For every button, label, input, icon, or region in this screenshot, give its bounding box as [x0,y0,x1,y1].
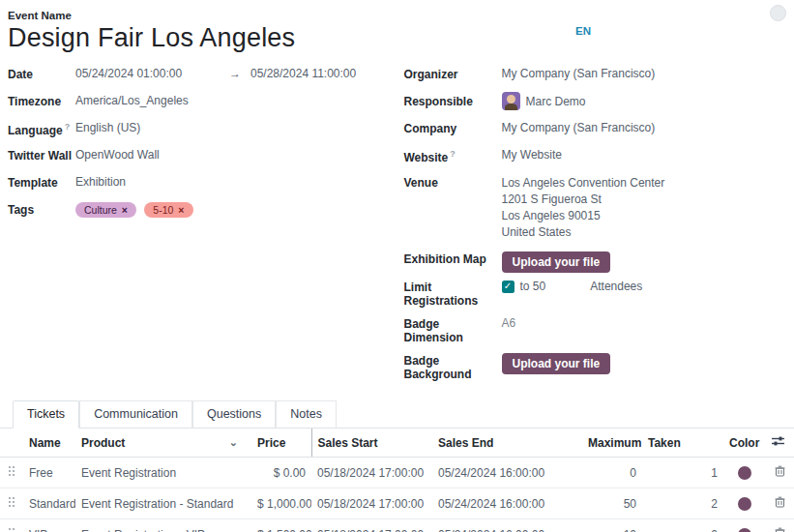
date-end-input[interactable]: 05/28/2024 11:00:00 [250,67,356,80]
translate-language-button[interactable]: EN [575,25,591,37]
help-icon[interactable]: ? [450,149,456,159]
ticket-product-cell[interactable]: Event Registration - Standard [75,488,251,519]
table-row[interactable]: Free Event Registration $ 0.00 05/18/202… [0,458,794,488]
table-header-row: Name Product ⌄ Price Sales Start Sales E… [0,429,794,458]
ticket-color-swatch[interactable] [738,528,751,532]
field-website: Website? My Website [404,148,785,166]
ticket-product-cell[interactable]: Event Registration - VIP [75,519,251,532]
ticket-sales-start-cell[interactable]: 05/18/2024 17:00:00 [311,488,432,519]
limit-registrations-count-input[interactable]: to 50 [520,280,546,293]
field-badge-background: Badge Background Upload your file [404,353,785,381]
twitter-wall-input[interactable]: OpenWood Wall [75,148,160,162]
sales-end-column-header[interactable]: Sales End [432,429,582,458]
badge-dimension-select[interactable]: A6 [502,316,516,330]
ticket-color-swatch[interactable] [738,497,751,511]
field-organizer: Organizer My Company (San Francisco) [404,67,785,85]
event-form-sheet: Event Name Design Fair Los Angeles EN Da… [0,0,794,388]
ticket-price-cell[interactable]: $ 1,500.00 [251,519,311,532]
drag-handle-icon[interactable] [8,496,15,511]
ticket-taken-cell[interactable]: 2 [642,488,723,519]
template-label: Template [8,175,75,190]
name-column-header[interactable]: Name [23,429,75,458]
ticket-sales-start-cell[interactable]: 05/18/2024 17:00:00 [311,458,432,488]
tab-communication[interactable]: Communication [79,400,192,429]
ticket-name-cell[interactable]: Standard [23,488,75,519]
tag-5-10[interactable]: 5-10× [144,202,192,218]
topbar-circle-icon[interactable] [770,5,786,21]
product-column-header[interactable]: Product ⌄ [75,429,251,458]
tag-culture[interactable]: Culture× [75,202,136,218]
website-label: Website? [404,148,502,164]
trash-icon[interactable] [775,496,785,511]
trash-icon[interactable] [775,527,785,532]
maximum-column-header[interactable]: Maximum [582,429,642,458]
template-input[interactable]: Exhibition [75,175,126,189]
ticket-sales-start-cell[interactable]: 05/18/2024 17:00:00 [311,519,432,532]
trash-icon[interactable] [775,465,785,480]
exhibition-map-upload-button[interactable]: Upload your file [502,251,611,273]
color-column-header[interactable]: Color [723,429,766,458]
ticket-taken-cell[interactable]: 1 [642,458,723,488]
ticket-maximum-cell[interactable]: 50 [582,488,642,519]
handle-column-header [0,429,23,458]
drag-handle-icon[interactable] [8,527,15,532]
tab-notes[interactable]: Notes [276,400,337,429]
website-input[interactable]: My Website [502,148,562,162]
ticket-name-cell[interactable]: VIP [23,519,75,532]
company-label: Company [404,121,502,135]
date-start-input[interactable]: 05/24/2024 01:00:00 [75,67,229,80]
help-icon[interactable]: ? [65,122,71,132]
event-title-input[interactable]: Design Fair Los Angeles [8,23,784,53]
ticket-name-cell[interactable]: Free [23,458,75,488]
field-date: Date 05/24/2024 01:00:00 → 05/28/2024 11… [8,67,397,85]
tag-remove-icon[interactable]: × [122,204,128,216]
field-limit-registrations: Limit Registrations ✓ to 50 Attendees [404,280,785,308]
ticket-sales-end-cell[interactable]: 05/24/2024 16:00:00 [432,458,582,488]
venue-address-input[interactable]: Los Angeles Convention Center 1201 S Fig… [502,175,665,241]
ticket-taken-cell[interactable]: 0 [642,519,723,532]
field-company: Company My Company (San Francisco) [404,121,785,139]
field-template: Template Exhibition [8,175,397,193]
table-row[interactable]: VIP Event Registration - VIP $ 1,500.00 … [0,519,794,532]
ticket-price-cell[interactable]: $ 1,000.00 [251,488,311,519]
chevron-down-icon[interactable]: ⌄ [229,436,238,449]
field-exhibition-map: Exhibition Map Upload your file [404,251,785,273]
notebook-tabs: Tickets Communication Questions Notes [0,400,794,429]
sliders-icon[interactable] [772,435,784,450]
badge-dimension-label: Badge Dimension [404,316,502,344]
tags-label: Tags [8,202,75,217]
company-input[interactable]: My Company (San Francisco) [502,121,656,134]
timezone-input[interactable]: America/Los_Angeles [75,94,189,107]
badge-background-upload-button[interactable]: Upload your file [502,353,611,374]
right-field-column: Organizer My Company (San Francisco) Res… [397,67,785,388]
limit-registrations-label: Limit Registrations [404,280,502,308]
field-tags: Tags Culture× 5-10× [8,202,397,221]
ticket-maximum-cell[interactable]: 10 [582,519,642,532]
ticket-product-cell[interactable]: Event Registration [75,458,251,488]
sales-start-column-header[interactable]: Sales Start [311,429,432,458]
left-field-column: Date 05/24/2024 01:00:00 → 05/28/2024 11… [8,67,397,388]
taken-column-header[interactable]: Taken [642,429,723,458]
responsible-input[interactable]: Marc Demo [502,92,586,110]
ticket-maximum-cell[interactable]: 0 [582,458,642,488]
event-name-label: Event Name [8,10,784,21]
twitter-wall-label: Twitter Wall [8,148,75,163]
ticket-sales-end-cell[interactable]: 05/24/2024 16:00:00 [432,519,582,532]
tab-questions[interactable]: Questions [192,400,276,429]
ticket-color-swatch[interactable] [738,466,751,480]
limit-registrations-checkbox[interactable]: ✓ [502,281,515,293]
field-badge-dimension: Badge Dimension A6 [404,316,785,344]
ticket-price-cell[interactable]: $ 0.00 [251,458,311,488]
field-responsible: Responsible Marc Demo [404,94,785,112]
optional-columns-header[interactable] [766,429,794,458]
tags-input[interactable]: Culture× 5-10× [75,202,198,218]
drag-handle-icon[interactable] [8,465,15,480]
table-row[interactable]: Standard Event Registration - Standard $… [0,488,794,519]
price-column-header[interactable]: Price [251,429,311,458]
timezone-label: Timezone [8,94,75,108]
organizer-input[interactable]: My Company (San Francisco) [502,67,656,80]
language-input[interactable]: English (US) [75,121,140,134]
tab-tickets[interactable]: Tickets [13,400,79,429]
tag-remove-icon[interactable]: × [178,204,184,216]
ticket-sales-end-cell[interactable]: 05/24/2024 16:00:00 [432,488,582,519]
